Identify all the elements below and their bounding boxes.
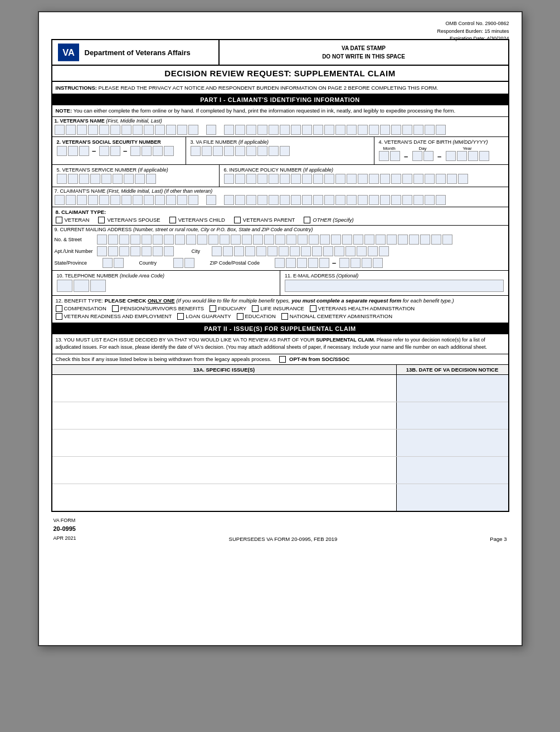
char-box[interactable] [110, 125, 120, 135]
city-box[interactable] [212, 246, 222, 256]
option-vre[interactable]: VETERAN READINESS AND EMPLOYMENT [56, 313, 172, 320]
insurance-box[interactable] [447, 174, 457, 184]
issue-date-cell[interactable] [397, 375, 508, 402]
insurance-box[interactable] [369, 174, 379, 184]
ssn-box[interactable] [57, 146, 67, 156]
zip-box[interactable] [319, 258, 329, 268]
city-box[interactable] [290, 246, 300, 256]
street-box[interactable] [342, 235, 352, 245]
issue-main-cell[interactable] [52, 402, 397, 429]
street-box[interactable] [208, 235, 218, 245]
issue-date-cell[interactable] [397, 402, 508, 429]
insurance-box[interactable] [358, 174, 368, 184]
va-file-box[interactable] [235, 146, 245, 156]
city-box[interactable] [312, 246, 322, 256]
claimant-box[interactable] [347, 195, 357, 205]
street-box[interactable] [231, 235, 241, 245]
service-box[interactable] [68, 174, 78, 184]
claimant-box[interactable] [188, 195, 198, 205]
street-box[interactable] [197, 235, 207, 245]
month-box[interactable] [390, 151, 400, 161]
checkbox-fiduciary[interactable] [210, 305, 216, 312]
issue-main-cell[interactable] [52, 375, 397, 402]
street-box[interactable] [220, 235, 230, 245]
va-file-box[interactable] [213, 146, 223, 156]
insurance-box[interactable] [380, 174, 390, 184]
street-box[interactable] [242, 235, 252, 245]
zip-box[interactable] [297, 258, 307, 268]
apt-box[interactable] [119, 246, 129, 256]
char-box[interactable] [269, 125, 279, 135]
char-box[interactable] [347, 125, 357, 135]
service-box[interactable] [113, 174, 123, 184]
char-box[interactable] [133, 125, 143, 135]
service-box[interactable] [57, 174, 67, 184]
char-box[interactable] [206, 125, 216, 135]
checkbox-opt-in[interactable] [279, 356, 286, 363]
option-veteran[interactable]: VETERAN [56, 217, 90, 223]
option-vha[interactable]: VETERANS HEALTH ADMINISTRATION [310, 305, 415, 312]
ssn-box[interactable] [130, 146, 140, 156]
char-box[interactable] [335, 125, 345, 135]
claimant-box[interactable] [246, 195, 256, 205]
char-box[interactable] [280, 125, 290, 135]
option-education[interactable]: EDUCATION [237, 313, 276, 320]
state-box[interactable] [114, 258, 124, 268]
city-box[interactable] [234, 246, 244, 256]
char-box[interactable] [99, 125, 109, 135]
issue-main-cell[interactable] [52, 457, 397, 484]
street-box[interactable] [353, 235, 363, 245]
city-box[interactable] [223, 246, 233, 256]
apt-box[interactable] [153, 246, 163, 256]
insurance-box[interactable] [246, 174, 256, 184]
checkbox-child[interactable] [169, 217, 176, 223]
field1-boxes[interactable] [52, 124, 508, 136]
char-box[interactable] [369, 125, 379, 135]
street-box[interactable] [286, 235, 296, 245]
service-box[interactable] [79, 174, 89, 184]
service-box[interactable] [101, 174, 111, 184]
char-box[interactable] [413, 125, 423, 135]
service-box[interactable] [90, 174, 100, 184]
issue-date-cell[interactable] [397, 484, 508, 511]
claimant-box[interactable] [144, 195, 154, 205]
claimant-box[interactable] [291, 195, 301, 205]
claimant-box[interactable] [206, 195, 216, 205]
service-box[interactable] [135, 174, 145, 184]
option-loan[interactable]: LOAN GUARANTY [177, 313, 231, 320]
street-box[interactable] [442, 235, 452, 245]
street-box[interactable] [142, 235, 152, 245]
option-pension[interactable]: PENSION/SURVIVORS BENEFITS [112, 305, 204, 312]
va-file-box[interactable] [246, 146, 256, 156]
checkbox-vha[interactable] [310, 305, 316, 312]
street-box[interactable] [264, 235, 274, 245]
va-file-box[interactable] [224, 146, 234, 156]
char-box[interactable] [144, 125, 154, 135]
insurance-box[interactable] [302, 174, 312, 184]
month-box[interactable] [379, 151, 389, 161]
street-box[interactable] [431, 235, 441, 245]
claimant-box[interactable] [166, 195, 176, 205]
street-box[interactable] [320, 235, 330, 245]
ssn-box[interactable] [99, 146, 109, 156]
apt-box[interactable] [142, 246, 152, 256]
claimant-box[interactable] [66, 195, 76, 205]
va-file-box[interactable] [257, 146, 267, 156]
checkbox-compensation[interactable] [56, 305, 62, 312]
claimant-box[interactable] [324, 195, 334, 205]
claimant-box[interactable] [133, 195, 143, 205]
claimant-box[interactable] [99, 195, 109, 205]
checkbox-vre[interactable] [56, 313, 62, 320]
ssn-box[interactable] [68, 146, 78, 156]
char-box[interactable] [235, 125, 245, 135]
char-box[interactable] [436, 125, 446, 135]
char-box[interactable] [177, 125, 187, 135]
insurance-box[interactable] [224, 174, 234, 184]
zip-box[interactable] [350, 258, 361, 268]
insurance-box[interactable] [391, 174, 401, 184]
claimant-box[interactable] [358, 195, 368, 205]
apt-box[interactable] [108, 246, 118, 256]
zip-box[interactable] [275, 258, 285, 268]
insurance-box[interactable] [291, 174, 301, 184]
service-box[interactable] [124, 174, 134, 184]
